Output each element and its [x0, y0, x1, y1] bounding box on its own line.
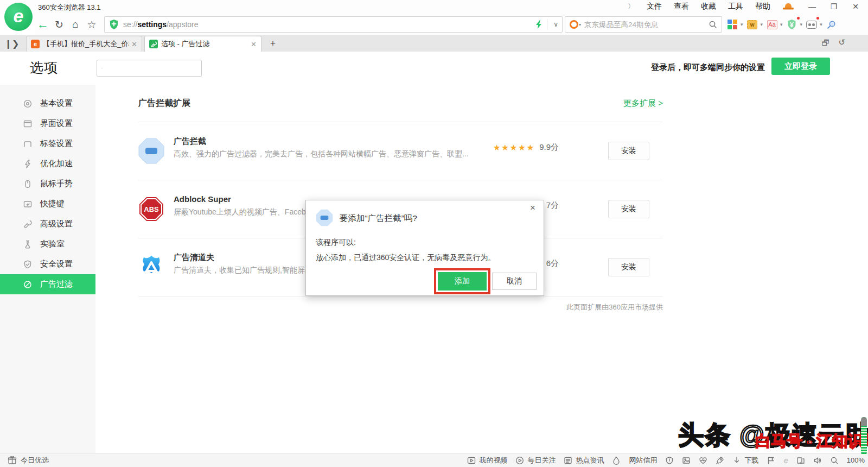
sidebar-item-security-settings[interactable]: 安全设置: [0, 254, 95, 274]
shield-icon[interactable]: [665, 456, 674, 465]
tab1-title: 【手机】报价_手机大全_价格图片: [43, 39, 129, 49]
gift-icon: [8, 456, 17, 465]
settings-search-box[interactable]: [97, 60, 202, 77]
sidebar-item-ad-filter[interactable]: 广告过滤: [0, 274, 95, 294]
dialog-safety-note: 放心添加，已通过360安全认证，无病毒及恶意行为。: [316, 253, 495, 263]
sidebar-item-basic-settings[interactable]: 基本设置: [0, 93, 95, 113]
favorite-star-icon[interactable]: ☆: [84, 17, 100, 32]
extension-name: 广告清道夫: [174, 253, 214, 263]
app-grid-dropdown-icon[interactable]: ▾: [738, 22, 745, 27]
search-box[interactable]: ▾: [565, 16, 722, 33]
water-drop-icon[interactable]: [612, 456, 621, 465]
screenshot-image-icon[interactable]: [682, 456, 691, 465]
tab-options-adfilter[interactable]: 选项 - 广告过滤 ✕: [144, 36, 261, 52]
tab1-close-icon[interactable]: ✕: [131, 40, 137, 48]
dialog-adblock-icon: [316, 209, 333, 226]
cancel-button[interactable]: 取消: [492, 273, 537, 290]
install-button[interactable]: 安装: [608, 258, 649, 276]
url-scheme: se://: [123, 20, 137, 29]
download-label: 下载: [744, 456, 758, 465]
wallet-dropdown-icon[interactable]: ▾: [758, 22, 765, 27]
flask-icon: [23, 239, 33, 249]
search-engine-logo-icon[interactable]: [570, 20, 578, 29]
menu-file[interactable]: 文件: [647, 2, 662, 11]
search-input[interactable]: [584, 21, 709, 29]
ad-scavenger-icon: [138, 254, 164, 280]
sidebar-item-laboratory[interactable]: 实验室: [0, 234, 95, 254]
reopen-closed-tab-icon[interactable]: ↺: [838, 37, 845, 47]
menu-expander-icon[interactable]: 〉: [628, 2, 635, 11]
new-tab-button[interactable]: +: [266, 37, 280, 50]
url-host: settings: [137, 20, 167, 29]
search-icon[interactable]: [709, 20, 717, 29]
sidebar-item-interface-settings[interactable]: 界面设置: [0, 113, 95, 134]
inactive-extension-icon: e: [783, 456, 788, 465]
zoom-level-value[interactable]: 100%: [847, 456, 865, 464]
today-picks-item[interactable]: 今日优选: [8, 453, 49, 467]
install-button[interactable]: 安装: [608, 142, 649, 160]
close-window-button[interactable]: ✕: [847, 1, 864, 12]
svg-text:ABS: ABS: [144, 205, 159, 213]
rocket-icon[interactable]: [716, 456, 724, 465]
tab-icon: [23, 139, 33, 149]
menu-view[interactable]: 查看: [674, 2, 689, 11]
sidebar-item-mouse-gestures[interactable]: 鼠标手势: [0, 174, 95, 194]
side-by-side-windows-icon[interactable]: [796, 456, 805, 465]
site-credit-item[interactable]: 网站信用: [629, 456, 657, 465]
extension-rating: 7分: [546, 200, 559, 211]
address-bar-right: ∨: [533, 17, 562, 32]
sidebar-item-advanced-settings[interactable]: 高级设置: [0, 214, 95, 234]
tab-list-expander-icon[interactable]: ❙❯: [5, 37, 18, 49]
sidebar-item-label: 基本设置: [40, 98, 73, 109]
speaker-icon[interactable]: [813, 456, 822, 465]
sidebar-item-label: 标签设置: [40, 138, 73, 149]
rating-score: 7分: [546, 200, 559, 211]
download-item[interactable]: 下载: [732, 456, 758, 465]
login-now-button[interactable]: 立即登录: [771, 58, 830, 75]
shopping-shield-dropdown-icon[interactable]: ▾: [798, 22, 805, 27]
speed-bolt-icon[interactable]: [535, 20, 542, 29]
shopping-shield-icon[interactable]: [786, 18, 798, 30]
add-button[interactable]: 添加: [438, 272, 487, 291]
settings-search-input[interactable]: [106, 64, 201, 72]
sidebar-item-shortcut-keys[interactable]: 快捷键: [0, 194, 95, 214]
login-hint-text: 登录后，即可多端同步你的设置: [651, 62, 765, 73]
theme-hat-icon[interactable]: [782, 2, 794, 11]
search-engine-caret-icon[interactable]: ▾: [579, 22, 581, 27]
site-safety-shield-icon[interactable]: [109, 19, 119, 30]
today-picks-label: 今日优选: [21, 456, 49, 465]
maximize-button[interactable]: ❐: [826, 1, 842, 12]
home-icon[interactable]: ⌂: [67, 17, 84, 32]
translate-dropdown-icon[interactable]: ▾: [778, 22, 785, 27]
wallet-icon[interactable]: w: [746, 18, 758, 30]
refresh-icon[interactable]: ↻: [51, 17, 67, 32]
address-bar[interactable]: se://settings/appstore ∨: [104, 16, 563, 33]
tab2-close-icon[interactable]: ✕: [251, 40, 257, 48]
menu-tools[interactable]: 工具: [728, 2, 743, 11]
toolbar-extensions: ▾ w ▾ Aa ▾ ▾ ▾: [725, 18, 838, 30]
menu-help[interactable]: 帮助: [755, 2, 770, 11]
address-dropdown-icon[interactable]: ∨: [550, 21, 562, 28]
block-icon: [23, 280, 33, 289]
translate-icon[interactable]: Aa: [766, 18, 778, 30]
my-videos-item[interactable]: 我的视频: [467, 456, 507, 465]
sidebar-item-tab-settings[interactable]: 标签设置: [0, 134, 95, 154]
back-icon[interactable]: ←: [35, 17, 51, 32]
flag-icon[interactable]: [767, 456, 775, 465]
dialog-close-icon[interactable]: ×: [527, 203, 538, 213]
page-zoom-search-icon[interactable]: [830, 456, 839, 465]
zoom-magnifier-icon[interactable]: [826, 18, 838, 30]
daily-follow-item[interactable]: 每日关注: [515, 456, 556, 465]
gamepad-dropdown-icon[interactable]: ▾: [818, 22, 825, 27]
gamepad-icon[interactable]: [806, 18, 818, 30]
install-button[interactable]: 安装: [608, 200, 649, 218]
app-grid-icon[interactable]: [726, 18, 738, 30]
sidebar-item-optimize-speed[interactable]: 优化加速: [0, 154, 95, 174]
restore-windows-icon[interactable]: 🗗: [821, 38, 829, 47]
menu-favorites[interactable]: 收藏: [701, 2, 716, 11]
more-extensions-link[interactable]: 更多扩展 >: [623, 98, 663, 109]
health-pulse-icon[interactable]: [699, 456, 707, 465]
minimize-button[interactable]: —: [804, 1, 820, 12]
hot-news-item[interactable]: 热点资讯: [564, 456, 604, 465]
tab-phone-prices[interactable]: e 【手机】报价_手机大全_价格图片 ✕: [26, 36, 142, 52]
